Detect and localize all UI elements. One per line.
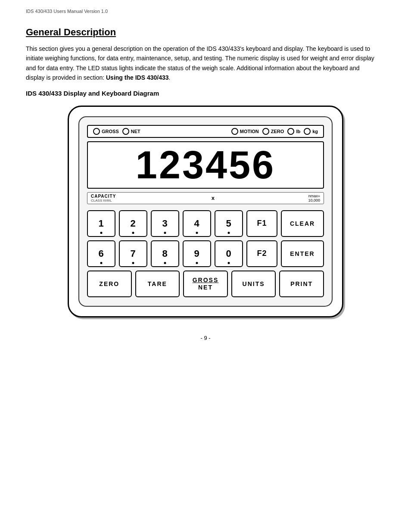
key-7[interactable]: 7 [119, 240, 147, 267]
status-motion: MOTION [231, 128, 259, 135]
capacity-nmax: nmax= 10,000 [308, 194, 320, 202]
key-row-3: ZERO TARE GROSS NET UNITS PRINT [87, 271, 324, 297]
key-3[interactable]: 3 [151, 210, 179, 237]
led-zero [262, 128, 269, 135]
key-net-label: NET [193, 284, 219, 291]
key-0[interactable]: 0 [215, 240, 243, 267]
key-f1[interactable]: F1 [246, 210, 277, 237]
status-kg: kg [304, 128, 318, 135]
nmax-value: 10,000 [308, 198, 320, 202]
key-enter[interactable]: ENTER [281, 240, 324, 267]
key-units[interactable]: UNITS [231, 271, 276, 297]
body-text-main: This section gives you a general descrip… [26, 45, 374, 81]
status-row: GROSS NET MOTION ZERO lb [87, 125, 324, 138]
status-kg-label: kg [312, 129, 318, 134]
led-kg [304, 128, 311, 135]
key-gross-net[interactable]: GROSS NET [183, 271, 228, 297]
subsection-title: IDS 430/433 Display and Keyboard Diagram [26, 90, 385, 97]
body-text-end: . [169, 74, 171, 81]
capacity-x: x [118, 195, 308, 201]
key-6[interactable]: 6 [87, 240, 115, 267]
display-digits: 123456 [136, 146, 275, 184]
header-text: IDS 430/433 Users Manual Version 1.0 [26, 9, 108, 14]
status-motion-label: MOTION [240, 129, 259, 134]
device-diagram: GROSS NET MOTION ZERO lb [26, 106, 385, 317]
key-tare[interactable]: TARE [135, 271, 180, 297]
status-gross: GROSS [93, 128, 119, 135]
body-text: This section gives you a general descrip… [26, 44, 379, 83]
nmax-label: nmax= [308, 194, 320, 198]
key-8[interactable]: 8 [151, 240, 179, 267]
status-zero-label: ZERO [271, 129, 284, 134]
key-zero[interactable]: ZERO [87, 271, 132, 297]
capacity-class: CLASS III/IIIL [91, 199, 118, 202]
status-net-label: NET [131, 129, 140, 134]
page-footer: - 9 - [26, 335, 385, 341]
capacity-label-group: CAPACITY CLASS III/IIIL [91, 194, 118, 202]
key-5[interactable]: 5 [215, 210, 243, 237]
status-lb: lb [287, 128, 300, 135]
section-title: General Description [26, 27, 385, 38]
device-outer: GROSS NET MOTION ZERO lb [68, 106, 343, 317]
led-net [122, 128, 129, 135]
led-motion [231, 128, 238, 135]
capacity-label: CAPACITY [91, 194, 116, 199]
body-text-bold: Using the IDS 430/433 [106, 74, 169, 81]
key-1[interactable]: 1 [87, 210, 115, 237]
status-lb-label: lb [296, 129, 300, 134]
status-zero: ZERO [262, 128, 284, 135]
status-gross-label: GROSS [102, 129, 119, 134]
led-gross [93, 128, 100, 135]
key-4[interactable]: 4 [183, 210, 211, 237]
page-number: - 9 - [200, 335, 210, 341]
display-area: 123456 [87, 141, 324, 189]
keypad: 1 2 3 4 5 F1 CLEAR 6 7 8 9 0 F2 ENTER [87, 210, 324, 297]
key-f2[interactable]: F2 [246, 240, 277, 267]
capacity-bar: CAPACITY CLASS III/IIIL x nmax= 10,000 [87, 192, 324, 204]
device-inner: GROSS NET MOTION ZERO lb [78, 116, 333, 307]
page-header: IDS 430/433 Users Manual Version 1.0 [26, 9, 385, 14]
led-lb [287, 128, 294, 135]
key-2[interactable]: 2 [119, 210, 147, 237]
status-net: NET [122, 128, 140, 135]
key-print[interactable]: PRINT [279, 271, 324, 297]
key-row-1: 1 2 3 4 5 F1 CLEAR [87, 210, 324, 237]
key-gross-label: GROSS [193, 277, 219, 284]
key-9[interactable]: 9 [183, 240, 211, 267]
key-clear[interactable]: CLEAR [281, 210, 324, 237]
key-row-2: 6 7 8 9 0 F2 ENTER [87, 240, 324, 267]
